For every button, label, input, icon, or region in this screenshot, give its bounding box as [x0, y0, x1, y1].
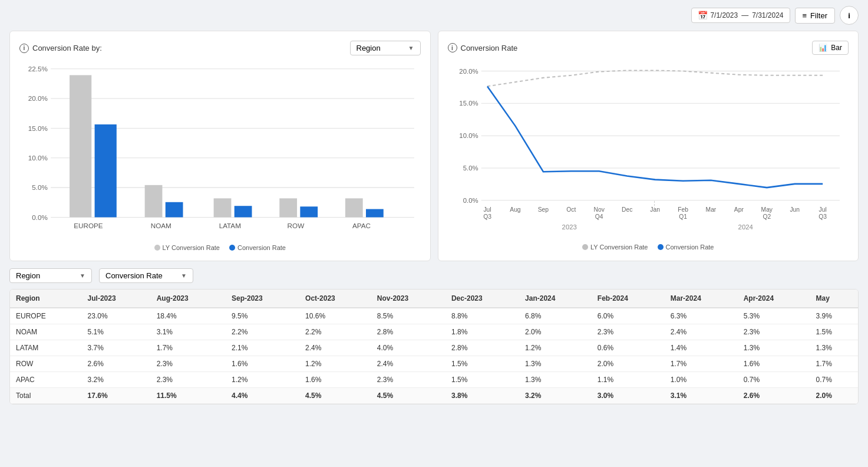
cell-value: 1.2% — [226, 372, 299, 388]
bar-latam-cr — [235, 206, 252, 217]
col-jan2024: Jan-2024 — [519, 290, 592, 308]
svg-text:Q4: Q4 — [595, 213, 603, 220]
bar-noam-ly — [145, 185, 163, 218]
svg-text:2023: 2023 — [562, 223, 576, 231]
svg-text:APAC: APAC — [352, 222, 371, 229]
cell-value: 1.7% — [665, 356, 738, 372]
cell-value: 5.1% — [82, 324, 151, 340]
legend-cr-label: Conversion Rate — [237, 244, 286, 251]
svg-text:LATAM: LATAM — [219, 222, 241, 229]
cell-value: 3.8% — [445, 388, 519, 404]
cell-value: 1.4% — [665, 340, 738, 356]
col-nov2023: Nov-2023 — [371, 290, 445, 308]
svg-text:20.0%: 20.0% — [459, 68, 478, 75]
region-dropdown[interactable]: Region ▼ — [350, 41, 421, 55]
cell-value: 2.8% — [371, 324, 445, 340]
cell-value: 8.8% — [445, 308, 519, 324]
region-filter-label: Region — [16, 271, 40, 280]
legend-cr: Conversion Rate — [229, 244, 286, 251]
svg-text:EUROPE: EUROPE — [74, 222, 103, 229]
left-bar-chart: 22.5% 20.0% 15.0% 10.0% 5.0% 0.0% EUROPE… — [19, 63, 421, 239]
calendar-icon: 📅 — [698, 11, 708, 20]
info-button[interactable]: i — [840, 6, 859, 25]
svg-text:NOAM: NOAM — [151, 222, 171, 229]
bar-apac-cr — [366, 209, 384, 218]
right-legend-ly-label: LY Conversion Rate — [590, 244, 648, 251]
ly-line — [487, 70, 823, 86]
cell-value: 1.3% — [519, 372, 592, 388]
filter-label: Filter — [810, 11, 827, 20]
table-row: LATAM3.7%1.7%2.1%2.4%4.0%2.8%1.2%0.6%1.4… — [10, 340, 858, 356]
svg-text:0.0%: 0.0% — [463, 197, 478, 204]
bar-toggle-button[interactable]: 📊 Bar — [812, 41, 849, 55]
cell-value: 1.2% — [299, 356, 371, 372]
cell-value: 2.3% — [151, 356, 226, 372]
right-legend-cr: Conversion Rate — [658, 244, 714, 251]
cell-value: 1.6% — [738, 356, 810, 372]
cell-value: 2.3% — [738, 324, 810, 340]
col-may: May — [810, 290, 858, 308]
svg-text:Q3: Q3 — [483, 213, 491, 220]
cell-value: 8.5% — [371, 308, 445, 324]
cell-value: 2.0% — [592, 356, 665, 372]
bar-europe-ly — [70, 75, 91, 217]
bottom-section: Region ▼ Conversion Rate ▼ Region Jul-20… — [0, 268, 868, 412]
col-aug2023: Aug-2023 — [151, 290, 226, 308]
left-title-text: Conversion Rate by: — [32, 44, 102, 52]
table-row: EUROPE23.0%18.4%9.5%10.6%8.5%8.8%6.8%6.0… — [10, 308, 858, 324]
cell-value: 4.5% — [371, 388, 445, 404]
cell-value: 2.0% — [810, 388, 858, 404]
bar-chart-icon: 📊 — [819, 44, 827, 52]
bar-row-ly — [279, 198, 297, 217]
cell-value: 5.3% — [738, 308, 810, 324]
cell-value: 3.2% — [82, 372, 151, 388]
cell-value: 1.7% — [151, 340, 226, 356]
col-feb2024: Feb-2024 — [592, 290, 665, 308]
svg-text:Sep: Sep — [537, 206, 549, 213]
metric-filter-dropdown[interactable]: Conversion Rate ▼ — [99, 268, 193, 283]
cell-value: 2.1% — [226, 340, 299, 356]
cell-value: 1.3% — [738, 340, 810, 356]
legend-ly-label: LY Conversion Rate — [163, 244, 220, 251]
metric-filter-label: Conversion Rate — [105, 271, 163, 280]
svg-text:Feb: Feb — [678, 206, 688, 213]
table-row: ROW2.6%2.3%1.6%1.2%2.4%1.5%1.3%2.0%1.7%1… — [10, 356, 858, 372]
cell-value: 1.0% — [665, 372, 738, 388]
table-row: APAC3.2%2.3%1.2%1.6%2.3%1.5%1.3%1.1%1.0%… — [10, 372, 858, 388]
right-line-chart: 20.0% 15.0% 10.0% 5.0% 0.0% Jul Q3 Aug S… — [448, 62, 849, 239]
cell-value: 3.1% — [151, 324, 226, 340]
svg-text:10.0%: 10.0% — [28, 154, 48, 162]
bar-latam-ly — [214, 198, 232, 217]
col-mar2024: Mar-2024 — [665, 290, 738, 308]
cell-value: 2.3% — [371, 372, 445, 388]
left-chart-legend: LY Conversion Rate Conversion Rate — [19, 244, 421, 251]
cell-value: 2.4% — [665, 324, 738, 340]
cell-value: 4.4% — [226, 388, 299, 404]
left-panel-title: i Conversion Rate by: — [19, 44, 102, 53]
data-table: Region Jul-2023 Aug-2023 Sep-2023 Oct-20… — [10, 290, 858, 404]
right-panel-title: i Conversion Rate — [448, 43, 518, 52]
cell-value: 1.2% — [519, 340, 592, 356]
table-row: NOAM5.1%3.1%2.2%2.2%2.8%1.8%2.0%2.3%2.4%… — [10, 324, 858, 340]
cell-region: APAC — [10, 372, 82, 388]
col-sep2023: Sep-2023 — [226, 290, 299, 308]
cell-value: 18.4% — [151, 308, 226, 324]
cell-value: 0.7% — [738, 372, 810, 388]
filter-button[interactable]: ≡ Filter — [795, 8, 835, 24]
svg-text:20.0%: 20.0% — [28, 94, 48, 102]
right-legend-cr-label: Conversion Rate — [666, 244, 714, 251]
cell-value: 3.9% — [810, 308, 858, 324]
svg-text:22.5%: 22.5% — [28, 65, 48, 73]
cell-value: 6.3% — [665, 308, 738, 324]
date-range[interactable]: 📅 7/1/2023 — 7/31/2024 — [691, 8, 790, 23]
top-bar: 📅 7/1/2023 — 7/31/2024 ≡ Filter i — [0, 0, 868, 31]
cell-value: 2.3% — [151, 372, 226, 388]
cell-value: 1.6% — [226, 356, 299, 372]
cell-value: 2.8% — [445, 340, 519, 356]
svg-text:Jul: Jul — [483, 206, 491, 213]
right-panel-header: i Conversion Rate 📊 Bar — [448, 41, 849, 55]
svg-text:Jan: Jan — [650, 206, 660, 213]
cell-value: 6.8% — [519, 308, 592, 324]
region-filter-dropdown[interactable]: Region ▼ — [9, 268, 92, 283]
cell-value: 2.2% — [299, 324, 371, 340]
